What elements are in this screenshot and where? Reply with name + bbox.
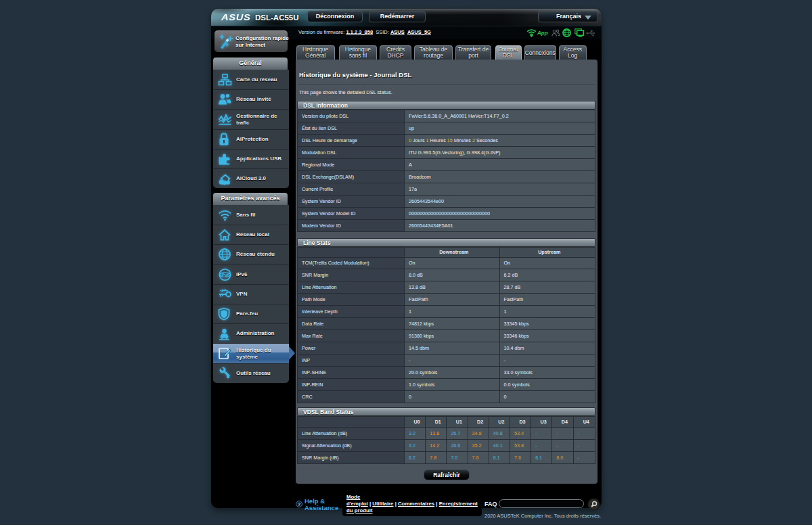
svg-text:IPv6: IPv6 xyxy=(220,273,230,277)
